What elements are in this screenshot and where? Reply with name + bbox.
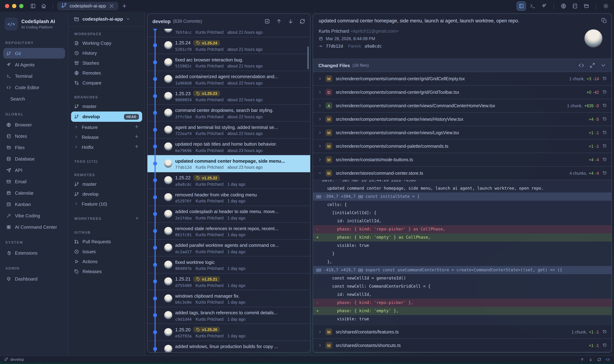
- files-button[interactable]: [582, 1, 591, 11]
- minimize-button[interactable]: [12, 4, 16, 8]
- changed-file-row[interactable]: M src/renderer/components/command-palett…: [313, 140, 612, 153]
- commit-row[interactable]: 1.25.20 v1.25.20 e62f83a Kurtis Pritchar…: [147, 324, 310, 341]
- sidebar-item-kanban[interactable]: Kanban: [3, 199, 65, 209]
- changed-file-row[interactable]: M src/renderer/components/command-center…: [313, 72, 612, 86]
- nav-item-master[interactable]: master: [68, 101, 145, 111]
- commit-row[interactable]: added windows, linux production builds f…: [147, 341, 310, 352]
- add-branch-button[interactable]: [134, 134, 139, 140]
- pull-button[interactable]: [288, 18, 294, 24]
- nav-item-develop[interactable]: develop: [68, 189, 145, 199]
- sidebar-item-terminal[interactable]: Terminal: [3, 71, 65, 81]
- chevron-icon[interactable]: [318, 170, 322, 176]
- refresh-button[interactable]: [300, 18, 305, 24]
- nav-item-working-copy[interactable]: Working Copy: [68, 38, 145, 48]
- sidebar-item-api[interactable]: API: [3, 165, 65, 175]
- nav-item-history[interactable]: History: [68, 48, 145, 58]
- sidebar-item-dashboard[interactable]: Dashboard: [3, 273, 65, 284]
- sidebar-item-code-editor[interactable]: Code Editor: [3, 82, 65, 93]
- sidebar-item-database[interactable]: Database: [3, 153, 65, 164]
- chevron-icon[interactable]: [318, 116, 322, 122]
- add-branch-button[interactable]: [134, 144, 139, 150]
- commit-list-scrollbar[interactable]: [307, 47, 309, 69]
- sidebar-item-ai-agents[interactable]: AI Agents: [3, 59, 65, 70]
- sidebar-toggle-button[interactable]: [28, 1, 38, 11]
- commit-row[interactable]: 1.25.23 v1.25.23 9060054 Kurtis Pritchar…: [147, 88, 310, 104]
- add-branch-button[interactable]: [134, 124, 139, 130]
- nav-item-feature-10[interactable]: Feature (10): [68, 199, 145, 209]
- refresh-button[interactable]: [597, 357, 601, 361]
- file-history-button[interactable]: [602, 130, 607, 135]
- nav-item-actions[interactable]: Actions: [68, 256, 145, 266]
- commit-row[interactable]: updated command center homepage, side me…: [147, 155, 310, 172]
- file-history-button[interactable]: [602, 90, 607, 95]
- commit-row[interactable]: removed header from vibe coding menu d52…: [147, 189, 310, 206]
- nav-item-release[interactable]: Release: [68, 132, 145, 142]
- view-code-button[interactable]: [578, 63, 584, 68]
- changed-file-row[interactable]: M src/shared/constants/features.ts 1 chu…: [313, 325, 612, 339]
- nav-item-feature[interactable]: Feature: [68, 122, 145, 132]
- select-commits-button[interactable]: [264, 18, 270, 24]
- changed-file-row[interactable]: M src/renderer/constants/mode-buttons.ts…: [313, 153, 612, 167]
- commit-row[interactable]: fixed worktree logic 80409fb Kurtis Prit…: [147, 256, 310, 273]
- chevron-icon[interactable]: [318, 156, 322, 163]
- commit-row[interactable]: 1.25.22 v1.25.22 a9a8cdc Kurtis Pritchar…: [147, 172, 310, 189]
- terminal-button[interactable]: [528, 1, 537, 11]
- commit-row[interactable]: windows clipboard manager fix. b6c3e8e K…: [147, 290, 310, 307]
- changed-file-row[interactable]: M src/renderer/stores/command-center.sto…: [313, 167, 612, 180]
- commit-row[interactable]: added parallel worktree agents and comma…: [147, 240, 310, 256]
- nav-item-pull-requests[interactable]: Pull Requests: [68, 236, 145, 247]
- file-history-button[interactable]: [602, 157, 607, 162]
- close-button[interactable]: [5, 4, 9, 8]
- nav-item-master[interactable]: master: [68, 179, 145, 189]
- chevron-icon[interactable]: [318, 329, 322, 335]
- nav-item-develop[interactable]: develop HEAD: [71, 112, 142, 122]
- changed-file-row[interactable]: M src/renderer/components/command-center…: [313, 126, 612, 140]
- nav-item-compare[interactable]: Compare: [68, 78, 145, 88]
- changed-file-row[interactable]: D src/renderer/components/command-center…: [313, 86, 612, 99]
- chevron-icon[interactable]: [318, 143, 322, 149]
- browser-button[interactable]: [559, 1, 568, 11]
- chevron-icon[interactable]: [318, 89, 322, 95]
- commit-row[interactable]: fixed arc browser interaction bug. 51598…: [147, 54, 310, 71]
- scroll-down-button[interactable]: [589, 357, 593, 361]
- file-history-button[interactable]: [602, 103, 607, 108]
- sidebar-item-notes[interactable]: Notes: [3, 131, 65, 141]
- tab-close-button[interactable]: [109, 3, 114, 9]
- copy-button[interactable]: [601, 18, 607, 25]
- sidebar-item-search[interactable]: Search: [3, 93, 65, 104]
- settings-button[interactable]: [601, 1, 611, 11]
- commit-row[interactable]: command center dropdowns, search bar sty…: [147, 104, 310, 121]
- nav-item-releases[interactable]: Releases: [68, 266, 145, 276]
- nav-item-stashes[interactable]: Stashes: [68, 58, 145, 68]
- file-history-button[interactable]: [602, 343, 607, 348]
- file-history-button[interactable]: [602, 117, 607, 122]
- nav-item-issues[interactable]: Issues: [68, 247, 145, 256]
- nav-item-hotfix[interactable]: Hotfix: [68, 142, 145, 152]
- commit-row[interactable]: added tags, branch references to commit …: [147, 307, 310, 324]
- changed-file-row[interactable]: M src/shared/constants/shortcuts.ts +1 -…: [313, 339, 612, 352]
- expand-button[interactable]: [589, 63, 595, 68]
- commit-row[interactable]: added dynamic tab icons based on selecte…: [147, 29, 310, 37]
- parent-hash[interactable]: a9a8cdc: [365, 44, 382, 49]
- sidebar-item-email[interactable]: Email: [3, 176, 65, 187]
- file-history-button[interactable]: [602, 171, 607, 176]
- commit-row[interactable]: added codesplash ai header to side menu.…: [147, 206, 310, 223]
- chevron-icon[interactable]: [318, 342, 322, 349]
- repo-tab[interactable]: codesplash-ai-app: [57, 2, 118, 10]
- sidebar-item-calendar[interactable]: Calendar: [3, 187, 65, 198]
- commit-row[interactable]: agent and terminal list styling. added t…: [147, 121, 310, 138]
- collapse-all-button[interactable]: [601, 63, 606, 68]
- new-tab-button[interactable]: [120, 1, 129, 11]
- sidebar-item-browser[interactable]: Browser: [3, 119, 65, 130]
- scroll-up-button[interactable]: [580, 357, 584, 361]
- add-button[interactable]: [135, 216, 139, 221]
- sidebar-item-git[interactable]: Git: [3, 48, 65, 59]
- sidebar-item-files[interactable]: Files: [3, 142, 65, 153]
- file-history-button[interactable]: [602, 144, 607, 149]
- panel-layout-button[interactable]: [517, 1, 526, 11]
- chevron-icon[interactable]: [318, 76, 322, 82]
- file-history-button[interactable]: [602, 330, 607, 334]
- nav-item-remotes[interactable]: Remotes: [68, 68, 145, 78]
- changed-file-row[interactable]: M src/renderer/components/command-center…: [313, 113, 612, 126]
- repo-selector[interactable]: codesplash-ai-app: [68, 12, 145, 27]
